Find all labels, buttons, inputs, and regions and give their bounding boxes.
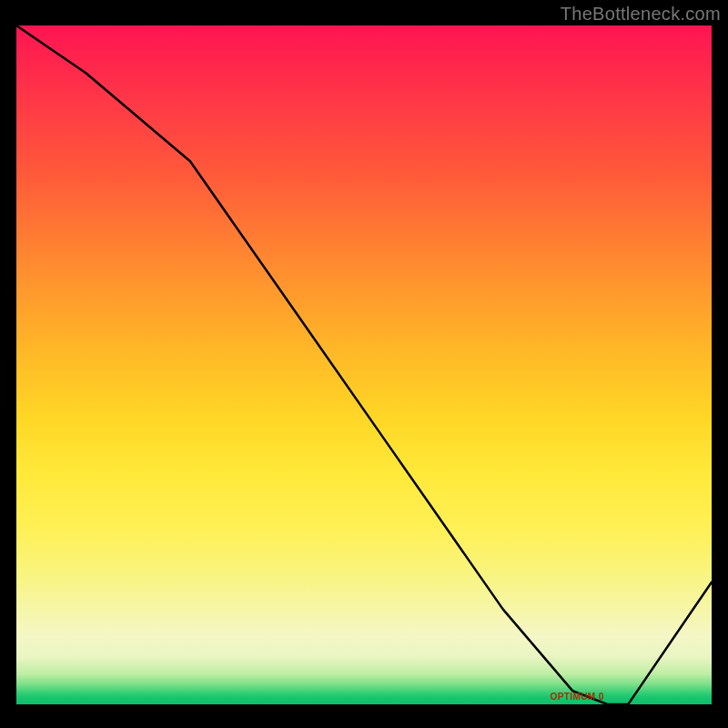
optimum-marker: OPTIMUM 0	[550, 692, 603, 702]
watermark-text: TheBottleneck.com	[561, 4, 721, 25]
bottleneck-curve	[16, 25, 712, 704]
plot-area: OPTIMUM 0	[16, 25, 712, 704]
chart-stage: TheBottleneck.com OPTIMUM 0	[0, 0, 728, 728]
